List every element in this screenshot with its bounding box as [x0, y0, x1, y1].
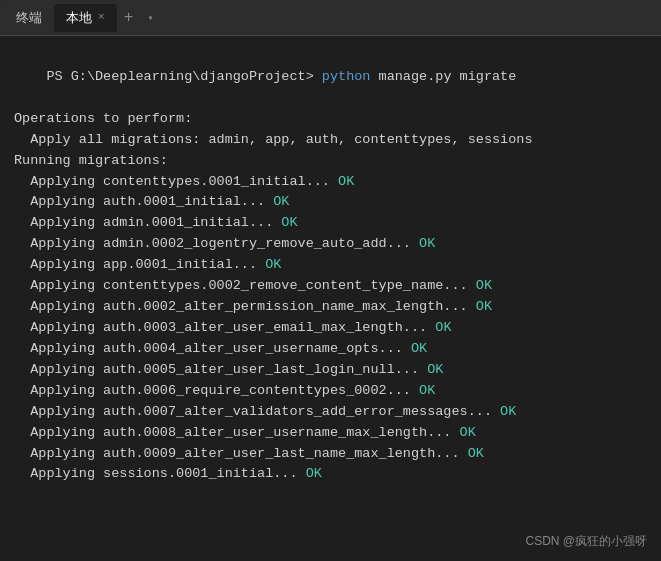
watermark: CSDN @疯狂的小强呀 [525, 532, 647, 551]
tab-dropdown-button[interactable]: ▾ [141, 6, 161, 30]
line-operations: Operations to perform: [14, 109, 647, 130]
chevron-down-icon: ▾ [148, 12, 154, 24]
line-15: Applying sessions.0001_initial... OK [14, 464, 647, 485]
prompt-line: PS G:\Deeplearning\djangoProject> python… [14, 46, 647, 109]
line-running: Running migrations: [14, 151, 647, 172]
tab-close-icon[interactable]: × [98, 12, 105, 23]
line-1: Applying contenttypes.0001_initial... OK [14, 172, 647, 193]
line-6: Applying contenttypes.0002_remove_conten… [14, 276, 647, 297]
line-14: Applying auth.0009_alter_user_last_name_… [14, 444, 647, 465]
line-11: Applying auth.0006_require_contenttypes_… [14, 381, 647, 402]
line-12: Applying auth.0007_alter_validators_add_… [14, 402, 647, 423]
line-2: Applying auth.0001_initial... OK [14, 192, 647, 213]
tab-terminal-label: 终端 [16, 9, 42, 27]
prompt-path: PS G:\Deeplearning\djangoProject> [46, 69, 321, 84]
line-13: Applying auth.0008_alter_user_username_m… [14, 423, 647, 444]
line-9: Applying auth.0004_alter_user_username_o… [14, 339, 647, 360]
line-4: Applying admin.0002_logentry_remove_auto… [14, 234, 647, 255]
line-8: Applying auth.0003_alter_user_email_max_… [14, 318, 647, 339]
tab-local[interactable]: 本地 × [54, 4, 117, 32]
terminal-content: PS G:\Deeplearning\djangoProject> python… [0, 36, 661, 561]
tab-bar: 终端 本地 × + ▾ [0, 0, 661, 36]
prompt-args: manage.py migrate [370, 69, 516, 84]
line-5: Applying app.0001_initial... OK [14, 255, 647, 276]
prompt-command: python [322, 69, 371, 84]
tab-terminal[interactable]: 终端 [4, 4, 54, 32]
line-10: Applying auth.0005_alter_user_last_login… [14, 360, 647, 381]
plus-icon: + [124, 9, 134, 27]
line-7: Applying auth.0002_alter_permission_name… [14, 297, 647, 318]
tab-add-button[interactable]: + [117, 6, 141, 30]
line-3: Applying admin.0001_initial... OK [14, 213, 647, 234]
line-apply-all: Apply all migrations: admin, app, auth, … [14, 130, 647, 151]
tab-local-label: 本地 [66, 9, 92, 27]
